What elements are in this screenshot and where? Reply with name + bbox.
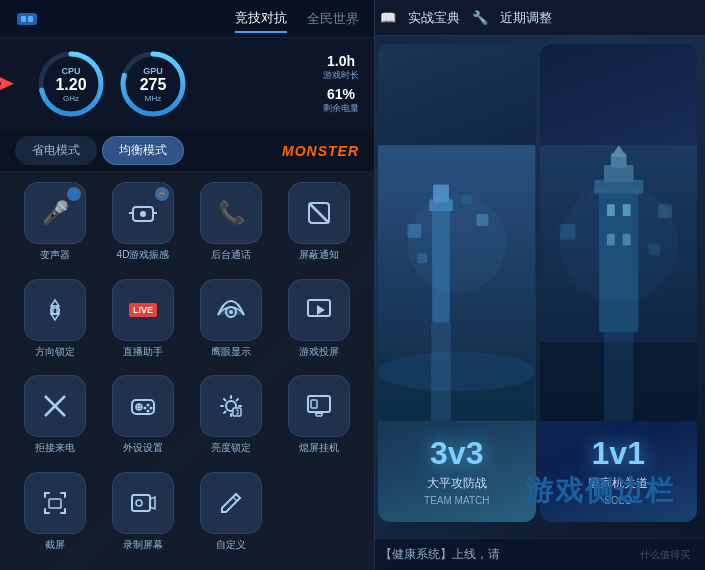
func-icon-live: LIVE [112,279,174,341]
func-screenshot[interactable]: 截屏 [15,472,95,561]
func-label-screenshot: 截屏 [45,539,65,551]
func-direction-lock[interactable]: 方向锁定 [15,279,95,368]
svg-point-10 [378,352,536,391]
svg-point-41 [51,306,59,314]
func-screen-cast[interactable]: 游戏投屏 [279,279,359,368]
svg-rect-29 [21,16,26,22]
svg-rect-71 [49,499,61,508]
cpu-gauge: CPU 1.20 GHz [35,48,107,120]
cpu-label: CPU [55,66,86,76]
card-3v3-sublabel: 大平攻防战 [427,475,487,492]
func-label-voice: 变声器 [40,249,70,261]
monster-badge[interactable]: MONSTER [282,143,359,159]
game-card-3v3[interactable]: 3v3 大平攻防战 TEAM MATCH [378,44,536,522]
func-label-block: 屏蔽通知 [299,249,339,261]
func-icon-screenshot [24,472,86,534]
gpu-label: GPU [140,66,167,76]
func-icon-record [112,472,174,534]
func-icon-reject [24,375,86,437]
notification-text: 【健康系统】上线，请 [380,546,500,563]
book-icon: 📖 [380,10,396,25]
svg-point-44 [229,310,233,314]
func-label-call: 后台通话 [211,249,251,261]
svg-point-74 [136,500,142,506]
svg-point-56 [147,410,150,413]
svg-line-64 [237,399,239,401]
func-badge-voice: 👤 [67,187,81,201]
game-time-value: 1.0h [323,53,359,69]
svg-line-62 [224,399,226,401]
battery-value: 61% [323,86,359,102]
func-screen-off[interactable]: 熄屏挂机 [279,375,359,464]
func-icon-brightness [200,375,262,437]
func-icon-screen-off [288,375,350,437]
func-live-assist[interactable]: LIVE 直播助手 [103,279,183,368]
main-container: 📖 实战宝典 🔧 近期调整 [0,0,705,570]
tab-quanmin[interactable]: 全民世界 [307,6,359,32]
battery-stat: 61% 剩余电量 [323,86,359,115]
func-customize[interactable]: 自定义 [191,472,271,561]
func-voice-changer[interactable]: 🎤 👤 变声器 [15,182,95,271]
func-icon-peripheral [112,375,174,437]
func-label-reject: 拒接来电 [35,442,75,454]
svg-point-8 [408,194,506,292]
svg-line-75 [233,497,237,501]
game-card-1v1[interactable]: 1v1 噩家机关道 SOLO [540,44,698,522]
func-label-live: 直播助手 [123,346,163,358]
mode-selector: 省电模式 均衡模式 MONSTER [0,130,374,172]
arrow-indicator: ➤ [0,71,13,97]
top-bar: 📖 实战宝典 🔧 近期调整 [370,0,705,36]
func-icon-cast [288,279,350,341]
battery-label: 剩余电量 [323,102,359,115]
func-peripheral[interactable]: 外设设置 [103,375,183,464]
svg-rect-30 [28,16,33,22]
svg-marker-73 [150,497,155,509]
top-bar-label-2[interactable]: 近期调整 [500,9,552,27]
svg-rect-72 [132,495,150,511]
tab-jingji[interactable]: 竞技对抗 [235,5,287,33]
func-brightness-lock[interactable]: 亮度锁定 [191,375,271,464]
function-grid: 🎤 👤 变声器 🎮 4D游戏振感 📞 [0,172,374,570]
func-icon-customize [200,472,262,534]
svg-point-53 [147,404,150,407]
func-label-cast: 游戏投屏 [299,346,339,358]
func-label-dir-lock: 方向锁定 [35,346,75,358]
card-3v3-label: 3v3 [430,435,483,472]
svg-line-40 [309,203,329,223]
func-label-customize: 自定义 [216,539,246,551]
func-icon-4d: 🎮 [112,182,174,244]
svg-rect-28 [17,13,37,25]
func-label-record: 录制屏幕 [123,539,163,551]
func-icon-eagle [200,279,262,341]
func-reject-call[interactable]: 拒接来电 [15,375,95,464]
mode-balanced[interactable]: 均衡模式 [102,136,184,165]
header-logo [15,9,39,29]
cpu-unit: GHz [55,93,86,102]
game-time-stat: 1.0h 游戏时长 [323,53,359,82]
func-label-peripheral: 外设设置 [123,442,163,454]
func-icon-voice: 🎤 👤 [24,182,86,244]
sidebar-header: 竞技对抗 全民世界 [0,0,374,38]
watermark: 什么值得买 [640,548,690,562]
func-4d-vibration[interactable]: 🎮 4D游戏振感 [103,182,183,271]
svg-rect-68 [311,400,317,408]
game-time-label: 游戏时长 [323,69,359,82]
gpu-value: 275 [140,76,167,94]
func-label-eagle: 鹰眼显示 [211,346,251,358]
func-eagle-eye[interactable]: 鹰眼显示 [191,279,271,368]
svg-rect-66 [233,408,241,416]
top-bar-label-1[interactable]: 实战宝典 [408,9,460,27]
func-background-call[interactable]: 📞 后台通话 [191,182,271,271]
mode-power-save[interactable]: 省电模式 [15,136,97,165]
gpu-gauge: GPU 275 MHz [117,48,189,120]
func-badge-4d: 🎮 [155,187,169,201]
func-record-screen[interactable]: 录制屏幕 [103,472,183,561]
func-block-notify[interactable]: 屏蔽通知 [279,182,359,271]
settings-icon: 🔧 [472,10,488,25]
svg-point-26 [559,185,677,303]
func-icon-call: 📞 [200,182,262,244]
card-1v1-label: 1v1 [592,435,645,472]
svg-marker-46 [317,305,325,315]
func-icon-dir-lock [24,279,86,341]
gpu-unit: MHz [140,93,167,102]
